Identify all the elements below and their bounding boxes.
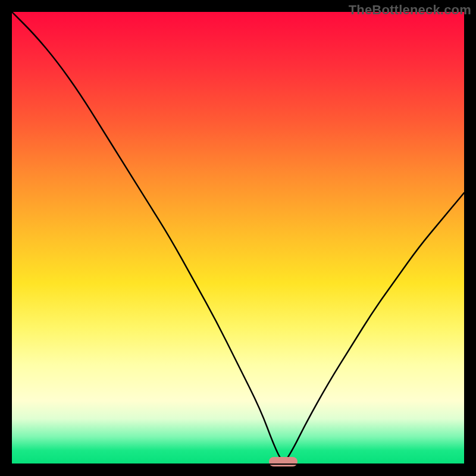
x-axis-baseline <box>12 464 464 465</box>
bottleneck-curve <box>12 12 464 464</box>
watermark-label: TheBottleneck.com <box>349 2 471 18</box>
plot-area <box>12 12 464 464</box>
minimum-marker <box>269 457 298 466</box>
chart-frame: TheBottleneck.com <box>0 0 476 476</box>
